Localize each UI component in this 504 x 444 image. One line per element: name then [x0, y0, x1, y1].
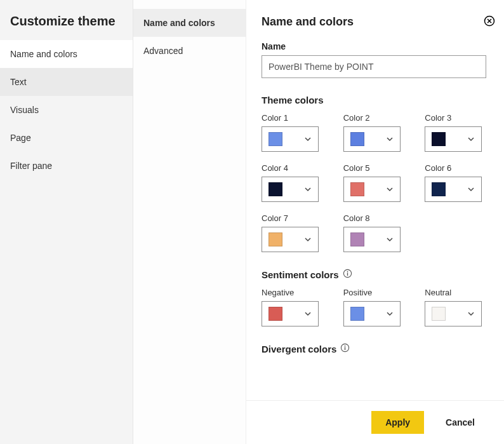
panel-title: Name and colors — [262, 15, 486, 29]
sentiment-colors-grid: Negative Positive Neutral — [262, 288, 486, 326]
name-label: Name — [262, 41, 486, 51]
svg-point-5 — [345, 346, 346, 347]
color-cell: Color 5 — [343, 163, 405, 202]
chevron-down-icon — [304, 185, 312, 193]
color-label: Color 2 — [343, 113, 405, 123]
color-cell: Color 4 — [262, 163, 323, 202]
sidebar-item-label: Filter pane — [10, 161, 52, 171]
color-label: Positive — [343, 288, 405, 297]
sub-item-label: Advanced — [143, 46, 183, 56]
color-label: Color 7 — [262, 213, 323, 223]
color-cell: Negative — [262, 288, 323, 326]
theme-colors-heading: Theme colors — [262, 95, 486, 105]
color-picker-6[interactable] — [425, 177, 482, 202]
chevron-down-icon — [386, 135, 394, 143]
color-swatch — [269, 232, 282, 246]
color-picker-1[interactable] — [262, 126, 319, 152]
subcategory-sidebar: Name and colors Advanced — [133, 0, 246, 444]
color-label: Color 5 — [343, 163, 405, 173]
info-icon[interactable] — [340, 343, 350, 354]
category-sidebar: Customize theme Name and colors Text Vis… — [0, 0, 133, 444]
sub-item-name-and-colors[interactable]: Name and colors — [133, 9, 246, 37]
sidebar-item-visuals[interactable]: Visuals — [0, 96, 133, 124]
chevron-down-icon — [304, 236, 312, 243]
color-swatch — [350, 232, 364, 246]
chevron-down-icon — [386, 310, 394, 318]
sentiment-colors-heading: Sentiment colors — [262, 269, 486, 280]
color-swatch — [269, 132, 282, 146]
color-cell: Color 2 — [343, 113, 405, 152]
color-label: Negative — [262, 288, 323, 297]
color-swatch — [432, 132, 446, 146]
color-swatch — [269, 182, 282, 196]
color-picker-3[interactable] — [425, 126, 482, 152]
color-swatch — [432, 182, 446, 196]
sidebar-item-filter-pane[interactable]: Filter pane — [0, 152, 133, 180]
color-cell: Color 6 — [425, 163, 486, 202]
color-label: Color 6 — [425, 163, 486, 173]
dialog-title: Customize theme — [0, 0, 133, 40]
settings-panel: Name and colors Name Theme colors Color … — [246, 0, 504, 444]
color-label: Neutral — [425, 288, 486, 297]
divergent-colors-heading: Divergent colors — [262, 343, 486, 354]
color-cell: Color 1 — [262, 113, 323, 152]
color-cell: Color 3 — [425, 113, 486, 152]
close-icon — [484, 15, 495, 27]
sub-item-label: Name and colors — [143, 18, 215, 28]
sidebar-item-text[interactable]: Text — [0, 68, 133, 96]
chevron-down-icon — [467, 135, 475, 143]
theme-colors-grid: Color 1 Color 2 Color 3 — [262, 113, 486, 252]
color-picker-8[interactable] — [343, 227, 401, 252]
chevron-down-icon — [386, 236, 394, 243]
sidebar-item-label: Name and colors — [10, 49, 77, 59]
apply-button[interactable]: Apply — [371, 411, 424, 434]
color-swatch — [269, 307, 282, 321]
dialog-footer: Apply Cancel — [246, 400, 504, 444]
sidebar-item-page[interactable]: Page — [0, 124, 133, 152]
color-cell: Neutral — [425, 288, 486, 326]
chevron-down-icon — [304, 135, 312, 143]
color-cell: Color 8 — [343, 213, 405, 252]
color-picker-2[interactable] — [343, 126, 401, 152]
sidebar-item-label: Visuals — [10, 105, 39, 115]
color-cell: Color 7 — [262, 213, 323, 252]
sidebar-item-name-and-colors[interactable]: Name and colors — [0, 40, 133, 68]
color-picker-positive[interactable] — [343, 301, 401, 326]
customize-theme-dialog: Customize theme Name and colors Text Vis… — [0, 0, 504, 444]
sub-item-advanced[interactable]: Advanced — [133, 37, 246, 65]
svg-point-2 — [347, 271, 348, 272]
chevron-down-icon — [386, 185, 394, 193]
chevron-down-icon — [467, 310, 475, 318]
chevron-down-icon — [467, 185, 475, 193]
close-button[interactable] — [484, 15, 495, 27]
sidebar-item-label: Text — [10, 77, 27, 87]
sidebar-item-label: Page — [10, 133, 31, 143]
info-icon[interactable] — [343, 269, 352, 280]
color-cell: Positive — [343, 288, 405, 326]
color-picker-4[interactable] — [262, 177, 319, 202]
color-swatch — [350, 307, 364, 321]
svg-rect-6 — [345, 347, 345, 350]
svg-rect-3 — [347, 272, 348, 276]
color-swatch — [432, 307, 446, 321]
color-picker-negative[interactable] — [262, 301, 319, 326]
color-picker-7[interactable] — [262, 227, 319, 252]
color-picker-neutral[interactable] — [425, 301, 482, 326]
chevron-down-icon — [304, 310, 312, 318]
color-label: Color 3 — [425, 113, 486, 123]
theme-name-input[interactable] — [262, 55, 486, 78]
color-label: Color 8 — [343, 213, 405, 223]
color-picker-5[interactable] — [343, 177, 401, 202]
color-label: Color 1 — [262, 113, 323, 123]
color-label: Color 4 — [262, 163, 323, 173]
color-swatch — [350, 132, 364, 146]
color-swatch — [350, 182, 364, 196]
cancel-button[interactable]: Cancel — [432, 411, 489, 434]
